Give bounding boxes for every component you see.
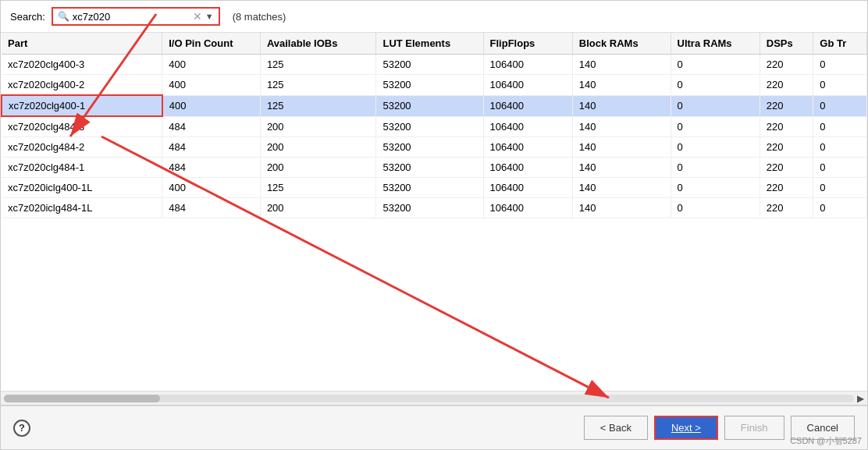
- parts-table: Part I/O Pin Count Available IOBs LUT El…: [1, 33, 867, 218]
- table-cell-row4-col5: 140: [572, 137, 671, 158]
- table-cell-row2-col5: 140: [572, 95, 671, 116]
- table-cell-row0-col1: 400: [162, 55, 261, 75]
- table-cell-row7-col8: 0: [813, 198, 867, 218]
- table-cell-row4-col4: 106400: [483, 137, 572, 158]
- col-ff: FlipFlops: [483, 33, 572, 55]
- table-cell-row4-col3: 53200: [376, 137, 483, 158]
- table-cell-row1-col8: 0: [813, 75, 867, 96]
- table-cell-row0-col4: 106400: [483, 55, 572, 75]
- main-container: Search: 🔍 ✕ ▼ (8 matches) Part I/O Pin C…: [0, 0, 868, 450]
- help-button[interactable]: ?: [13, 420, 30, 437]
- table-cell-row7-col3: 53200: [376, 198, 483, 218]
- table-cell-row5-col1: 484: [162, 158, 261, 178]
- table-cell-row6-col8: 0: [813, 178, 867, 198]
- table-cell-row3-col5: 140: [572, 116, 671, 137]
- table-row[interactable]: xc7z020clg484-34842005320010640014002200: [2, 116, 867, 137]
- table-cell-row3-col8: 0: [813, 116, 867, 137]
- table-cell-row7-col4: 106400: [483, 198, 572, 218]
- table-cell-row5-col7: 220: [760, 158, 813, 178]
- table-cell-row0-col5: 140: [572, 55, 671, 75]
- table-cell-row0-col2: 125: [260, 55, 376, 75]
- table-cell-row1-col4: 106400: [483, 75, 572, 96]
- col-avail-iobs: Available IOBs: [260, 33, 376, 55]
- table-cell-row4-col7: 220: [760, 137, 813, 158]
- table-cell-row2-col2: 125: [260, 95, 376, 116]
- table-cell-row2-col1: 400: [162, 95, 261, 116]
- table-row[interactable]: xc7z020clg400-14001255320010640014002200: [2, 95, 867, 116]
- table-cell-row6-col6: 0: [671, 178, 760, 198]
- table-row[interactable]: xc7z020clg400-24001255320010640014002200: [2, 75, 867, 96]
- match-count: (8 matches): [233, 11, 286, 23]
- button-area: ? < Back Next > Finish Cancel: [1, 406, 867, 449]
- table-cell-row7-col7: 220: [760, 198, 813, 218]
- table-cell-row7-col6: 0: [671, 198, 760, 218]
- table-cell-row2-col0: xc7z020clg400-1: [2, 95, 162, 116]
- table-cell-row6-col2: 125: [260, 178, 376, 198]
- table-cell-row3-col6: 0: [671, 116, 760, 137]
- table-cell-row0-col8: 0: [813, 55, 867, 75]
- table-cell-row6-col5: 140: [572, 178, 671, 198]
- table-row[interactable]: xc7z020clg484-14842005320010640014002200: [2, 158, 867, 178]
- table-container: Part I/O Pin Count Available IOBs LUT El…: [1, 33, 867, 392]
- search-clear-icon[interactable]: ✕: [193, 10, 202, 23]
- table-cell-row4-col0: xc7z020clg484-2: [2, 137, 162, 158]
- horizontal-scrollbar[interactable]: ▶: [1, 392, 867, 406]
- table-row[interactable]: xc7z020iclg484-1L48420053200106400140022…: [2, 198, 867, 218]
- table-row[interactable]: xc7z020clg484-24842005320010640014002200: [2, 137, 867, 158]
- table-cell-row5-col8: 0: [813, 158, 867, 178]
- search-area: Search: 🔍 ✕ ▼ (8 matches): [1, 1, 867, 33]
- col-gb: Gb Tr: [813, 33, 867, 55]
- table-cell-row6-col7: 220: [760, 178, 813, 198]
- table-cell-row0-col0: xc7z020clg400-3: [2, 55, 162, 75]
- table-cell-row7-col2: 200: [260, 198, 376, 218]
- scrollbar-thumb[interactable]: [4, 395, 160, 402]
- table-cell-row2-col4: 106400: [483, 95, 572, 116]
- table-cell-row1-col5: 140: [572, 75, 671, 96]
- table-row[interactable]: xc7z020clg400-34001255320010640014002200: [2, 55, 867, 75]
- table-cell-row3-col4: 106400: [483, 116, 572, 137]
- table-cell-row2-col7: 220: [760, 95, 813, 116]
- scrollbar-track: [4, 395, 854, 402]
- table-cell-row6-col3: 53200: [376, 178, 483, 198]
- search-label: Search:: [10, 11, 45, 23]
- table-cell-row7-col1: 484: [162, 198, 261, 218]
- table-cell-row2-col6: 0: [671, 95, 760, 116]
- table-cell-row1-col3: 53200: [376, 75, 483, 96]
- col-io-pin: I/O Pin Count: [162, 33, 261, 55]
- table-cell-row5-col5: 140: [572, 158, 671, 178]
- table-row[interactable]: xc7z020iclg400-1L40012553200106400140022…: [2, 178, 867, 198]
- back-button[interactable]: < Back: [584, 416, 648, 440]
- search-dropdown-icon[interactable]: ▼: [205, 12, 214, 21]
- table-cell-row4-col8: 0: [813, 137, 867, 158]
- table-cell-row7-col0: xc7z020iclg484-1L: [2, 198, 162, 218]
- table-cell-row0-col3: 53200: [376, 55, 483, 75]
- table-cell-row5-col3: 53200: [376, 158, 483, 178]
- table-cell-row3-col1: 484: [162, 116, 261, 137]
- table-cell-row2-col8: 0: [813, 95, 867, 116]
- table-cell-row1-col1: 400: [162, 75, 261, 96]
- col-lut: LUT Elements: [376, 33, 483, 55]
- table-header-row: Part I/O Pin Count Available IOBs LUT El…: [2, 33, 867, 55]
- table-cell-row3-col3: 53200: [376, 116, 483, 137]
- table-cell-row3-col7: 220: [760, 116, 813, 137]
- table-cell-row5-col0: xc7z020clg484-1: [2, 158, 162, 178]
- search-input[interactable]: [73, 11, 190, 23]
- search-input-wrapper: 🔍 ✕ ▼: [52, 7, 220, 26]
- table-cell-row4-col6: 0: [671, 137, 760, 158]
- table-cell-row5-col6: 0: [671, 158, 760, 178]
- scroll-right-arrow[interactable]: ▶: [857, 393, 864, 404]
- table-cell-row4-col2: 200: [260, 137, 376, 158]
- table-cell-row1-col6: 0: [671, 75, 760, 96]
- search-icon: 🔍: [58, 11, 69, 22]
- table-cell-row3-col2: 200: [260, 116, 376, 137]
- next-button[interactable]: Next >: [654, 416, 718, 440]
- table-cell-row1-col0: xc7z020clg400-2: [2, 75, 162, 96]
- table-cell-row6-col4: 106400: [483, 178, 572, 198]
- finish-button[interactable]: Finish: [724, 416, 784, 440]
- table-cell-row1-col7: 220: [760, 75, 813, 96]
- table-cell-row7-col5: 140: [572, 198, 671, 218]
- table-cell-row5-col2: 200: [260, 158, 376, 178]
- table-cell-row6-col1: 400: [162, 178, 261, 198]
- col-part: Part: [2, 33, 162, 55]
- table-cell-row0-col7: 220: [760, 55, 813, 75]
